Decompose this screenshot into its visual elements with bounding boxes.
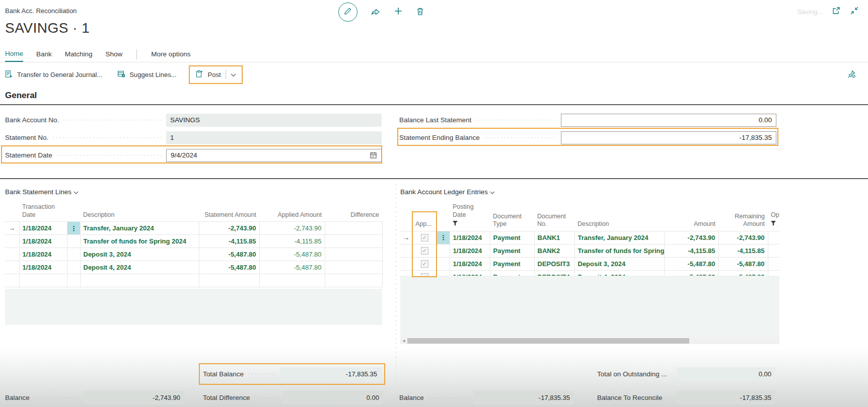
cell-date[interactable]: 1/18/2024 [19,261,67,274]
col-difference[interactable]: Difference [325,202,382,222]
delete-icon[interactable] [416,7,424,18]
cell-statement-amount[interactable]: -5,487.80 [199,261,259,274]
col-document-type[interactable]: Document Type [490,202,534,231]
tab-bank[interactable]: Bank [36,50,52,61]
bank-account-no-field[interactable]: SAVINGS [166,114,382,127]
cell-description[interactable]: Transfer of funds for Spring 2024 [80,235,199,248]
col-transaction-date[interactable]: Transaction Date [19,202,67,222]
cell-description[interactable]: Deposit 3, 2024 [574,257,664,270]
scroll-left-arrow-icon[interactable]: ◄ [400,339,407,343]
cell-empty[interactable] [325,274,382,287]
cell-description[interactable]: Transfer, January 2024 [80,222,199,235]
applied-checkbox[interactable]: ✓ [421,234,428,241]
bank-statement-lines-header[interactable]: Bank Statement Lines [5,188,79,196]
cell-empty[interactable] [19,274,67,287]
cell-description[interactable]: Deposit 3, 2024 [80,248,199,261]
cell-statement-amount[interactable]: -4,115.85 [199,235,259,248]
cell-empty[interactable] [259,274,325,287]
statement-no-field[interactable]: 1 [166,131,382,144]
balance-last-statement-field[interactable]: 0.00 [561,114,776,127]
cell-amount[interactable]: -5,487.80 [664,257,718,270]
cell-document-type[interactable]: Payment [490,257,534,270]
col-ledger-description[interactable]: Description [574,202,664,231]
edit-button[interactable] [338,3,357,22]
col-remaining-amount[interactable]: Remaining Amount [718,202,768,231]
bank-account-ledger-entries-header[interactable]: Bank Account Ledger Entries [400,188,495,196]
ellipsis-cell[interactable] [67,235,80,248]
breadcrumb[interactable]: Bank Acc. Reconciliation [5,7,77,15]
cell-statement-amount[interactable]: -2,743.90 [199,222,259,235]
cell-op[interactable] [768,231,779,244]
cell-difference[interactable] [325,222,382,235]
cell-op[interactable] [768,257,779,270]
col-applied-amount[interactable]: Applied Amount [259,202,325,222]
cell-difference[interactable] [325,235,382,248]
post-button-highlighted[interactable]: Post [189,65,243,84]
cell-remaining-amount[interactable]: -2,743.90 [718,231,768,244]
cell-amount[interactable]: -2,743.90 [664,231,718,244]
tab-more-options[interactable]: More options [151,50,190,61]
cell-description[interactable]: Deposit 4, 2024 [80,261,199,274]
cell-posting-date[interactable]: 1/18/2024 [450,257,490,270]
col-document-no[interactable]: Document No. [534,202,574,231]
cell-date[interactable]: 1/18/2024 [19,248,67,261]
cell-empty[interactable] [67,274,80,287]
col-amount[interactable]: Amount [664,202,718,231]
tab-matching[interactable]: Matching [65,50,93,61]
cell-remaining-amount[interactable]: -5,487.80 [718,257,768,270]
cell-document-type[interactable]: Payment [490,231,534,244]
ellipsis-cell[interactable] [67,261,80,274]
cell-op[interactable] [768,244,779,257]
add-icon[interactable] [394,7,403,18]
cell-description[interactable]: Transfer, January 2024 [574,231,664,244]
cell-posting-date[interactable]: 1/18/2024 [450,244,490,257]
unpin-icon[interactable] [847,69,856,80]
cell-date[interactable]: 1/18/2024 [19,222,67,235]
ellipsis-cell[interactable] [437,257,450,270]
share-icon[interactable] [371,7,381,18]
cell-remaining-amount[interactable]: -4,115.85 [718,244,768,257]
horizontal-scrollbar[interactable]: ◄ [400,338,779,344]
cell-posting-date[interactable]: 1/18/2024 [450,231,490,244]
cell-difference[interactable] [325,248,382,261]
suggest-lines-button[interactable]: Suggest Lines... [117,70,176,79]
tab-home[interactable]: Home [5,50,23,62]
cell-empty[interactable] [199,274,259,287]
scrollbar-thumb[interactable] [407,338,689,344]
row-ellipsis-icon[interactable]: ⋮ [67,222,80,235]
applied-checkbox[interactable]: ✓ [421,260,428,268]
cell-applied-amount[interactable]: -5,487.80 [259,261,325,274]
row-ellipsis-icon[interactable]: ⋮ [437,231,450,244]
cell-applied-amount[interactable]: -4,115.85 [259,235,325,248]
ellipsis-cell[interactable] [67,248,80,261]
chevron-down-icon[interactable] [231,71,236,78]
open-in-new-window-icon[interactable] [832,6,841,17]
transfer-to-general-journal-button[interactable]: Transfer to General Journal... [5,70,102,79]
col-description[interactable]: Description [80,202,199,222]
cell-document-type[interactable]: Payment [490,244,534,257]
cell-applied-amount[interactable]: -5,487.80 [259,248,325,261]
cell-date[interactable]: 1/18/2024 [19,235,67,248]
collapse-icon[interactable] [850,6,859,17]
cell-document-no[interactable]: BANK1 [534,231,574,244]
cell-empty[interactable] [80,274,199,287]
cell-amount[interactable]: -4,115.85 [664,244,718,257]
cell-statement-amount[interactable]: -5,487.80 [199,248,259,261]
applied-checkbox[interactable]: ✓ [421,247,428,255]
filter-icon[interactable] [453,220,487,228]
col-op[interactable]: Op [768,202,779,231]
cell-document-no[interactable]: DEPOSIT3 [534,257,574,270]
general-section-header[interactable]: General [5,91,37,101]
statement-ending-balance-field[interactable]: -17,835.35 [561,131,776,144]
ellipsis-cell[interactable] [437,244,450,257]
cell-difference[interactable] [325,261,382,274]
cell-document-no[interactable]: BANK2 [534,244,574,257]
col-posting-date[interactable]: Posting Date [450,202,490,231]
cell-description[interactable]: Transfer of funds for Spring ... [574,244,664,257]
statement-date-field[interactable]: 9/4/2024 [166,149,382,162]
col-applied[interactable]: App... [412,202,437,231]
col-statement-amount[interactable]: Statement Amount [199,202,259,222]
calendar-icon[interactable] [370,151,377,159]
tab-show[interactable]: Show [106,50,123,61]
filter-icon[interactable] [771,220,779,228]
